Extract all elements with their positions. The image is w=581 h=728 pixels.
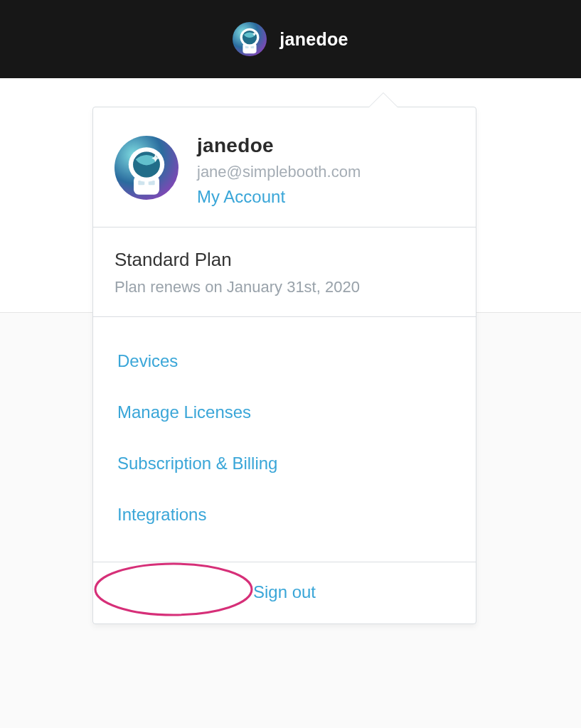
signout-section: Sign out	[93, 562, 476, 623]
devices-link[interactable]: Devices	[114, 336, 454, 387]
profile-email: jane@simplebooth.com	[197, 163, 361, 181]
plan-name: Standard Plan	[114, 249, 454, 271]
profile-section: janedoe jane@simplebooth.com My Account	[93, 107, 476, 228]
plan-renewal-text: Plan renews on January 31st, 2020	[114, 278, 454, 296]
app-header: janedoe	[0, 0, 581, 78]
user-dropdown-panel: janedoe jane@simplebooth.com My Account …	[92, 107, 476, 624]
subscription-billing-link[interactable]: Subscription & Billing	[114, 438, 454, 489]
sign-out-link[interactable]: Sign out	[253, 582, 316, 601]
account-links-section: Devices Manage Licenses Subscription & B…	[93, 317, 476, 562]
user-menu-trigger[interactable]: janedoe	[233, 22, 348, 56]
astronaut-avatar-icon	[233, 22, 267, 56]
astronaut-avatar-icon	[114, 136, 178, 200]
my-account-link[interactable]: My Account	[197, 187, 361, 207]
manage-licenses-link[interactable]: Manage Licenses	[114, 387, 454, 438]
profile-username: janedoe	[197, 134, 361, 157]
plan-section: Standard Plan Plan renews on January 31s…	[93, 228, 476, 317]
integrations-link[interactable]: Integrations	[114, 489, 454, 540]
profile-text-block: janedoe jane@simplebooth.com My Account	[197, 134, 361, 207]
header-username: janedoe	[279, 29, 348, 50]
